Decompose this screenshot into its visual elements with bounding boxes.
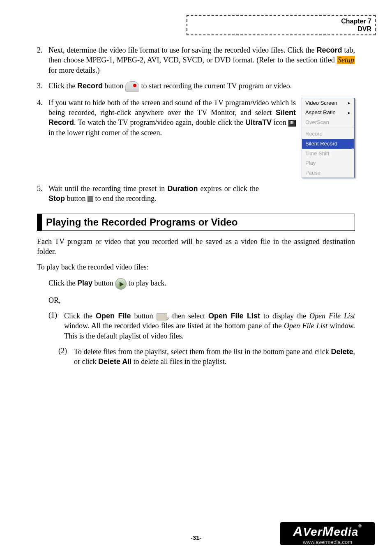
step-5: 5. Wait until the recording time preset … (37, 184, 259, 204)
open-file-icon (157, 313, 167, 320)
step-num: 2. (37, 45, 48, 75)
substep-2: (2) To delete files from the playlist, s… (58, 347, 355, 367)
context-menu[interactable]: Video Screen Aspect Ratio OverScan Recor… (302, 98, 355, 178)
menu-record: Record (302, 129, 354, 139)
substep-body: Click the Open File button , then select… (64, 311, 355, 341)
play-instruction: Click the Play button to play back. (48, 278, 355, 290)
page-number: -31- (191, 534, 202, 541)
step-4: 4. If you want to hide both of the scree… (37, 98, 355, 178)
open-file-list-label: Open File List (208, 312, 260, 320)
main-content: 2. Next, determine the video file format… (37, 45, 355, 366)
sub-steps: (1) Click the Open File button , then se… (48, 311, 355, 366)
record-tab-label: Record (317, 46, 342, 54)
section-para2: To play back the recorded video files: (37, 262, 355, 272)
brand-url: www.avermedia.com (283, 539, 372, 545)
play-button-icon (115, 278, 127, 290)
menu-play: Play (302, 158, 354, 168)
substep-1: (1) Click the Open File button , then se… (48, 311, 355, 341)
menu-silent-record[interactable]: Silent Record (302, 139, 354, 149)
step-3: 3. Click the Record button to start reco… (37, 81, 355, 92)
brand-text: AVerMedia® (283, 524, 372, 539)
step-body: Wait until the recording time preset in … (48, 184, 259, 204)
record-button-label: Record (77, 82, 103, 90)
menu-separator (302, 128, 354, 128)
menu-video-screen[interactable]: Video Screen (302, 98, 354, 108)
stop-label: Stop (48, 194, 65, 203)
menu-aspect-ratio[interactable]: Aspect Ratio (302, 108, 354, 117)
chapter-line1: Chapter 7 (193, 17, 371, 25)
section-para1: Each TV program or video that you record… (37, 237, 355, 257)
chapter-line2: DVR (193, 25, 371, 33)
or-text: OR, (48, 295, 355, 305)
step-body: If you want to hide both of the screen a… (48, 98, 355, 178)
step-4-text: If you want to hide both of the screen a… (48, 98, 296, 178)
ultratv-tray-icon (288, 120, 296, 127)
record-button-icon (125, 81, 139, 92)
brand-logo: AVerMedia® www.avermedia.com (280, 522, 375, 545)
setup-link: Setup (337, 56, 355, 64)
ultratv-label: UltraTV (245, 118, 272, 127)
menu-time-shift: Time Shift (302, 149, 354, 159)
step-num: 3. (37, 81, 48, 92)
delete-all-label: Delete All (98, 357, 131, 366)
step-num: 4. (37, 98, 48, 178)
menu-pause: Pause (302, 168, 354, 178)
stop-button-icon (88, 196, 93, 202)
substep-num: (2) (58, 347, 74, 367)
play-label: Play (77, 279, 92, 287)
chapter-header-box: Chapter 7 DVR (187, 15, 376, 35)
duration-label: Duration (167, 184, 198, 193)
delete-label: Delete (331, 348, 353, 356)
substep-num: (1) (48, 311, 64, 341)
substep-body: To delete files from the playlist, selec… (74, 347, 355, 367)
open-file-label: Open File (96, 312, 131, 320)
menu-overscan: OverScan (302, 117, 354, 127)
section-heading: Playing the Recorded Programs or Video (37, 214, 355, 231)
step-num: 5. (37, 184, 48, 204)
step-2: 2. Next, determine the video file format… (37, 45, 355, 75)
step-body: Click the Record button to start recordi… (48, 81, 355, 92)
step-body: Next, determine the video file format to… (48, 45, 355, 75)
